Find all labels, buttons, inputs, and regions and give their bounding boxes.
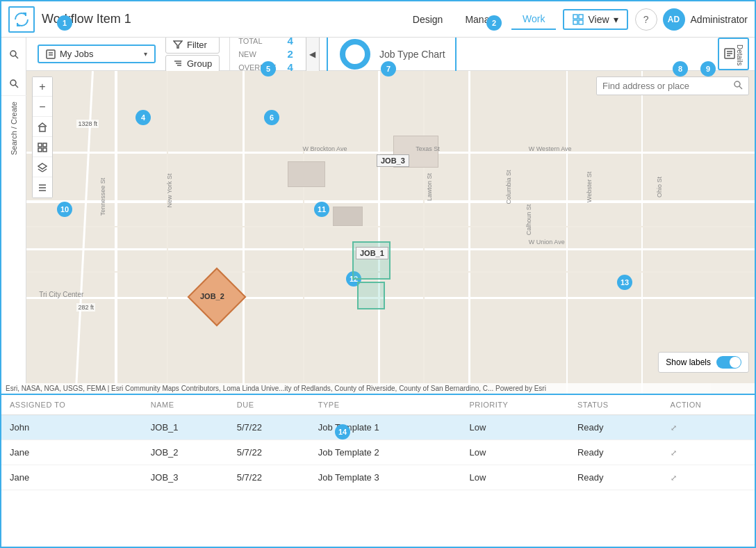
svg-marker-25 [38,163,47,169]
search-create-label[interactable]: Search / Create [10,96,18,161]
group-button[interactable]: Group [165,55,220,72]
col-status: STATUS [569,395,662,415]
cell-action[interactable]: ⤢ [662,415,755,440]
svg-line-27 [42,169,47,172]
cell-priority: Low [461,465,568,490]
cell-type: Job Template 1 [310,415,461,440]
svg-point-31 [734,81,740,87]
view-dropdown-arrow: ▾ [614,14,618,25]
col-due: DUE [229,395,310,415]
address-search-input[interactable] [602,81,733,91]
table-body: John JOB_1 5/7/22 Job Template 1 Low Rea… [1,415,755,490]
layers-button[interactable] [33,158,52,177]
filter-button[interactable]: Filter [165,38,220,54]
svg-rect-1 [579,15,583,19]
toolbar: My Jobs ▾ Filter Group TOTAL 4 [1,38,755,71]
job1-marker[interactable]: JOB_1 [356,247,388,259]
map-attribution: Esri, NASA, NGA, USGS, FEMA | Esri Commu… [1,383,755,394]
stats-panel: TOTAL 4 NEW 2 OVERDUE 4 [229,38,302,76]
details-label: Details [736,45,743,66]
search-create-icon[interactable] [1,71,26,96]
cell-status: Ready [569,440,662,465]
svg-line-19 [15,85,18,88]
zoom-out-button[interactable]: − [33,97,52,117]
app-container: Workflow Item 1 Design Manage Work View … [0,0,756,548]
svg-rect-22 [43,143,47,147]
cell-name: JOB_3 [142,465,229,490]
legend-button[interactable] [33,178,52,198]
basemap-button[interactable] [33,138,52,157]
cell-assigned: Jane [1,465,142,490]
job2-marker[interactable]: JOB_2 [200,292,224,300]
main-content: My Jobs ▾ Filter Group TOTAL 4 [1,38,755,547]
jobs-dropdown[interactable]: My Jobs ▾ [38,45,156,63]
svg-rect-23 [38,148,42,152]
header: Workflow Item 1 Design Manage Work View … [1,1,755,38]
svg-point-13 [343,42,368,67]
donut-chart [338,38,372,72]
job-area-2 [357,282,385,309]
show-labels-toggle[interactable] [716,356,741,369]
cell-type: Job Template 3 [310,465,461,490]
map-search[interactable] [596,76,749,95]
jobs-table: ASSIGNED TO NAME DUE TYPE PRIORITY STATU… [1,395,755,490]
cell-type: Job Template 2 [310,440,461,465]
col-assigned: ASSIGNED TO [1,395,142,415]
cell-action[interactable]: ⤢ [662,440,755,465]
svg-rect-6 [47,50,55,58]
header-right: ? AD Administrator [635,8,748,31]
cell-action[interactable]: ⤢ [662,465,755,490]
table-section: ASSIGNED TO NAME DUE TYPE PRIORITY STATU… [1,394,755,547]
map-area[interactable]: Tennessee St W Brockton Ave Texas St Law… [1,71,755,394]
search-icon[interactable] [733,80,743,92]
app-logo[interactable] [8,6,35,33]
svg-rect-24 [43,148,47,152]
cell-due: 5/7/22 [229,415,310,440]
svg-point-4 [10,51,16,56]
svg-rect-3 [579,20,583,24]
details-button[interactable]: Details [718,38,749,70]
admin-label: Administrator [691,14,748,25]
col-type: TYPE [310,395,461,415]
cell-assigned: Jane [1,440,142,465]
chart-title: Job Type Chart [379,49,445,60]
collapse-panel-button[interactable]: ◀ [306,38,320,75]
table-header: ASSIGNED TO NAME DUE TYPE PRIORITY STATU… [1,395,755,415]
zoom-in-button[interactable]: + [33,77,52,97]
show-labels-control: Show labels [658,352,749,373]
job3-marker[interactable]: JOB_3 [377,154,409,167]
avatar: AD [663,8,685,31]
cell-status: Ready [569,465,662,490]
svg-point-18 [10,80,16,86]
map-controls: + − [32,76,53,198]
toggle-knob [730,357,741,368]
home-button[interactable] [33,118,52,137]
cell-name: JOB_1 [142,415,229,440]
svg-rect-0 [573,15,577,19]
jobs-dropdown-text: My Jobs [60,49,140,59]
svg-line-5 [15,56,18,58]
cell-priority: Low [461,415,568,440]
col-priority: PRIORITY [461,395,568,415]
cell-due: 5/7/22 [229,440,310,465]
view-button[interactable]: View ▾ [563,9,627,30]
table-row[interactable]: John JOB_1 5/7/22 Job Template 1 Low Rea… [1,415,755,440]
cell-due: 5/7/22 [229,465,310,490]
cell-name: JOB_2 [142,440,229,465]
nav-work[interactable]: Work [511,9,556,30]
table-row[interactable]: Jane JOB_3 5/7/22 Job Template 3 Low Rea… [1,465,755,490]
app-title: Workflow Item 1 [42,12,131,26]
map-visual: Tennessee St W Brockton Ave Texas St Law… [1,71,755,394]
search-sidebar-icon[interactable] [9,49,19,59]
left-sidebar: Search / Create [1,71,26,394]
help-button[interactable]: ? [635,8,657,31]
svg-line-32 [739,86,742,89]
col-action: ACTION [662,395,755,415]
table-row[interactable]: Jane JOB_2 5/7/22 Job Template 2 Low Rea… [1,440,755,465]
nav-design[interactable]: Design [402,9,454,30]
svg-rect-2 [573,20,577,24]
nav-manage[interactable]: Manage [454,9,511,30]
col-name: NAME [142,395,229,415]
svg-line-26 [38,169,42,172]
svg-rect-21 [38,143,42,147]
